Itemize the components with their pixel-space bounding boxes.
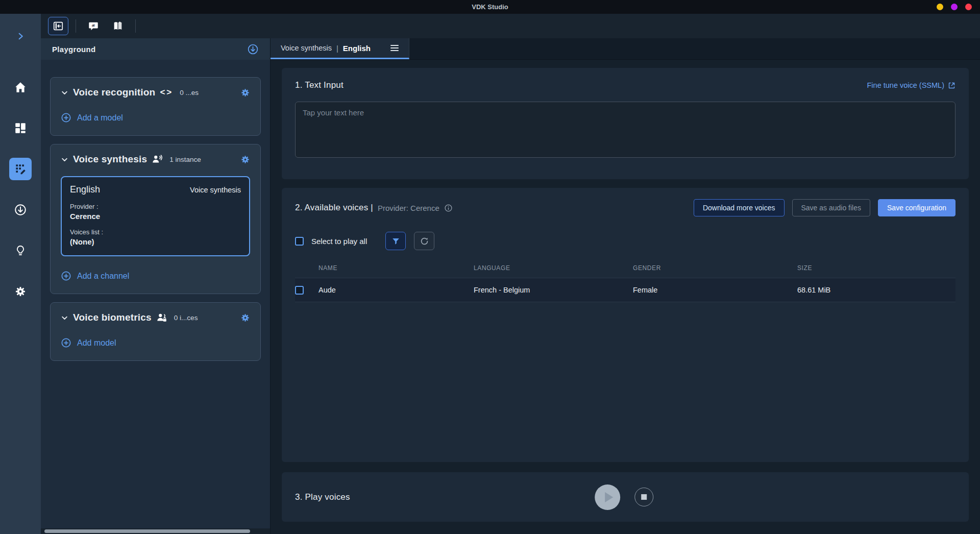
sidebar-item-downloads[interactable] xyxy=(9,199,32,221)
dashboard-icon xyxy=(14,122,27,135)
voice-synthesis-card: Voice synthesis 1 instance English xyxy=(50,144,261,294)
refresh-button[interactable] xyxy=(414,232,434,250)
sidebar-item-tips[interactable] xyxy=(9,239,32,262)
horizontal-scrollbar-thumb[interactable] xyxy=(44,529,250,533)
provider-info-text: Provider: Cerence xyxy=(378,204,439,212)
header-language: LANGUAGE xyxy=(474,264,633,272)
cell-name: Aude xyxy=(318,286,474,294)
refresh-icon xyxy=(420,236,429,246)
instance-count: 1 instance xyxy=(169,156,201,163)
toolbar-separator xyxy=(76,19,76,33)
speech-language-icon: æ xyxy=(88,20,99,32)
collapse-chevron-icon[interactable] xyxy=(61,314,68,322)
sidebar-item-playground[interactable] xyxy=(9,158,32,180)
svg-text:æ: æ xyxy=(92,22,95,28)
row-checkbox[interactable] xyxy=(295,286,304,295)
voices-table-header: NAME LANGUAGE GENDER SIZE xyxy=(295,264,955,278)
tab-bar: Voice synthesis | English xyxy=(271,38,980,60)
voice-biometrics-card: Voice biometrics 0 i...ces xyxy=(50,302,261,361)
add-model-label: Add a model xyxy=(77,113,123,123)
voices-table: NAME LANGUAGE GENDER SIZE Aude French - … xyxy=(295,264,955,302)
main-scroll-area: 1. Text Input Fine tune voice (SSML) xyxy=(271,60,980,534)
section-settings-gear-icon[interactable] xyxy=(240,88,250,98)
maximize-dot[interactable] xyxy=(951,4,958,10)
chevron-right-icon xyxy=(16,32,25,41)
table-row[interactable]: Aude French - Belgium Female 68.61 MiB xyxy=(295,278,955,302)
section-settings-gear-icon[interactable] xyxy=(240,313,250,323)
select-all-checkbox[interactable] xyxy=(295,237,304,246)
tab-context: Voice synthesis xyxy=(281,44,332,52)
documentation-button[interactable] xyxy=(108,17,128,35)
tab-voice-synthesis-english[interactable]: Voice synthesis | English xyxy=(271,38,409,59)
expand-sidebar-button[interactable] xyxy=(9,25,32,47)
download-circle-icon xyxy=(14,203,27,216)
select-all-label: Select to play all xyxy=(311,237,367,246)
title-bar: VDK Studio xyxy=(0,0,980,14)
voices-list-value: (None) xyxy=(70,237,241,246)
voice-recognition-card: Voice recognition <> 0 ...es Add a mod xyxy=(50,77,261,136)
collapse-chevron-icon[interactable] xyxy=(61,89,68,96)
sidebar-item-dashboard[interactable] xyxy=(9,117,32,139)
language-button[interactable]: æ xyxy=(83,17,104,35)
section-title: Voice synthesis xyxy=(73,154,147,165)
plus-circle-icon xyxy=(61,112,71,123)
window-controls xyxy=(937,4,972,10)
info-icon[interactable] xyxy=(444,204,453,212)
sidebar-item-settings[interactable] xyxy=(9,280,32,303)
instance-card-english[interactable]: English Voice synthesis Provider : Ceren… xyxy=(61,176,250,256)
cell-size: 68.61 MiB xyxy=(797,286,955,294)
horizontal-scrollbar-track[interactable] xyxy=(41,528,270,534)
panel-left-icon xyxy=(53,20,64,32)
save-configuration-button[interactable]: Save configuration xyxy=(878,199,955,216)
available-voices-heading: 2. Available voices | xyxy=(295,203,373,213)
filter-button[interactable] xyxy=(385,232,406,250)
top-toolbar: æ xyxy=(41,14,980,38)
add-channel-link[interactable]: Add a channel xyxy=(61,271,250,281)
instance-count: 0 i...ces xyxy=(174,314,198,322)
stop-icon xyxy=(641,494,647,500)
import-configuration-icon[interactable] xyxy=(247,43,259,55)
header-size: SIZE xyxy=(797,264,955,272)
text-input-section: 1. Text Input Fine tune voice (SSML) xyxy=(282,68,969,179)
stop-button[interactable] xyxy=(634,488,653,506)
person-voice-icon xyxy=(152,154,163,165)
playground-body: Voice recognition <> 0 ...es Add a mod xyxy=(41,60,270,534)
book-icon xyxy=(112,20,124,32)
provider-value: Cerence xyxy=(70,212,241,221)
save-audio-files-button[interactable]: Save as audio files xyxy=(792,199,871,216)
plus-circle-icon xyxy=(61,271,71,281)
code-icon: <> xyxy=(160,87,173,98)
playground-header: Playground xyxy=(41,38,270,60)
home-icon xyxy=(14,81,27,94)
tab-separator: | xyxy=(336,44,338,53)
play-icon xyxy=(605,492,613,502)
provider-label: Provider : xyxy=(70,203,241,210)
voices-list-label: Voices list : xyxy=(70,228,241,236)
fine-tune-ssml-link[interactable]: Fine tune voice (SSML) xyxy=(867,81,955,89)
play-voices-section: 3. Play voices xyxy=(282,472,969,522)
playground-icon xyxy=(14,162,27,176)
download-more-voices-button[interactable]: Download more voices xyxy=(694,199,785,216)
ssml-link-label: Fine tune voice (SSML) xyxy=(867,81,944,89)
play-button[interactable] xyxy=(595,484,620,510)
section-settings-gear-icon[interactable] xyxy=(240,155,250,164)
toggle-panel-button[interactable] xyxy=(48,17,68,35)
playground-panel: Playground Voice recognition <> xyxy=(41,38,271,534)
text-input-field[interactable] xyxy=(295,102,955,158)
collapse-chevron-icon[interactable] xyxy=(61,156,68,163)
gear-icon xyxy=(14,285,27,298)
app-title: VDK Studio xyxy=(472,3,508,11)
header-name: NAME xyxy=(318,264,474,272)
minimize-dot[interactable] xyxy=(937,4,943,10)
add-model-link[interactable]: Add model xyxy=(61,337,250,348)
playground-title: Playground xyxy=(52,45,96,54)
add-model-link[interactable]: Add a model xyxy=(61,112,250,123)
sidebar-item-home[interactable] xyxy=(9,76,32,99)
external-link-icon xyxy=(948,82,955,89)
main-content: Voice synthesis | English 1. Text Input … xyxy=(271,38,980,534)
tab-menu-icon[interactable] xyxy=(388,43,401,53)
instance-count: 0 ...es xyxy=(180,89,199,96)
close-dot[interactable] xyxy=(965,4,972,10)
toolbar-separator xyxy=(135,19,136,33)
available-voices-section: 2. Available voices | Provider: Cerence … xyxy=(282,188,969,462)
